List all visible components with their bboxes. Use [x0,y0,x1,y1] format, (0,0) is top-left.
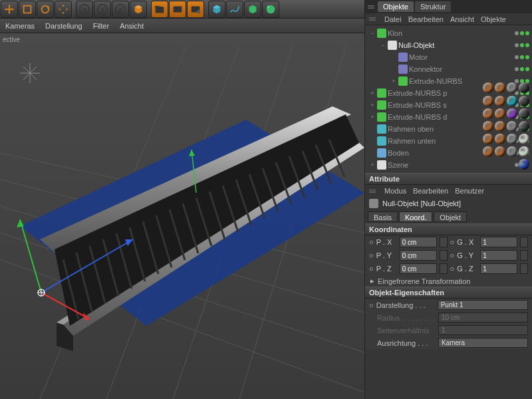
material-sphere-icon[interactable] [507,134,517,144]
expand-icon[interactable]: + [369,162,376,168]
tool-render1-icon[interactable] [169,1,186,18]
spinner-icon[interactable] [440,237,448,247]
spinner-icon[interactable] [520,250,528,261]
material-sphere-icon[interactable] [495,82,505,93]
attr-benutzer[interactable]: Benutzer [455,187,484,195]
tab-struktur[interactable]: Struktur [415,1,452,12]
axis-z-icon[interactable]: Z [112,1,129,18]
expand-icon[interactable]: + [369,114,376,120]
material-tags[interactable] [483,121,529,132]
material-sphere-icon[interactable] [519,96,529,106]
tool-render2-icon[interactable] [187,1,204,18]
material-tags[interactable] [483,96,529,106]
material-sphere-icon[interactable] [495,96,505,106]
prim-spline-icon[interactable] [226,1,243,18]
material-sphere-icon[interactable] [483,96,493,106]
darstellung-select[interactable]: Punkt 1 [438,300,528,310]
material-sphere-icon[interactable] [507,108,517,119]
input-gy[interactable] [480,250,517,261]
expand-icon[interactable]: + [369,102,376,108]
subtab-basis[interactable]: Basis [368,211,398,222]
subtab-objekt[interactable]: Objekt [434,211,467,222]
material-tags[interactable] [483,82,529,93]
material-sphere-icon[interactable] [519,159,529,170]
input-gz[interactable] [480,263,517,274]
material-sphere-icon[interactable] [495,121,505,132]
tool-cube-icon[interactable] [130,1,147,18]
prop-seiten: Seitenverhältnis 1 [365,324,532,336]
attr-bearbeiten[interactable]: Bearbeiten [413,187,448,195]
prim-deform-icon[interactable] [262,1,279,18]
radius-input: 10 cm [438,313,528,323]
tree-item[interactable]: Motor [365,51,532,63]
tool-scale-icon[interactable] [19,1,36,18]
material-sphere-icon[interactable] [519,134,529,144]
material-sphere-icon[interactable] [507,146,517,157]
material-sphere-icon[interactable] [507,82,517,93]
material-sphere-icon[interactable] [495,134,505,144]
menu-kameras[interactable]: Kameras [5,22,35,30]
object-type-icon [388,41,397,50]
tool-clapper-icon[interactable] [151,1,168,18]
material-sphere-icon[interactable] [519,146,529,157]
material-sphere-icon[interactable] [519,108,529,119]
material-sphere-icon[interactable] [507,121,517,132]
material-sphere-icon[interactable] [495,146,505,157]
material-sphere-icon[interactable] [483,82,493,93]
menu-filter[interactable]: Filter [93,22,109,30]
input-pz[interactable] [400,263,437,274]
frozen-transform-toggle[interactable]: ▸Eingefrorene Transformation [365,275,532,287]
tab-objekte[interactable]: Objekte [378,1,414,12]
expand-icon[interactable]: + [369,90,376,96]
attr-modus[interactable]: Modus [384,187,406,195]
submenu-bearbeiten[interactable]: Bearbeiten [408,15,444,23]
viewport-3d[interactable]: ective [0,33,364,399]
ausrichtung-select[interactable]: Kamera [438,338,528,348]
material-sphere-icon[interactable] [483,146,493,157]
tree-item[interactable]: −Klon [365,27,532,39]
input-px[interactable] [400,237,437,247]
submenu-objekte[interactable]: Objekte [481,15,506,23]
svg-point-13 [267,5,270,8]
objekt-eigenschaften-header: Objekt-Eigenschaften [365,287,532,299]
material-sphere-icon[interactable] [483,134,493,144]
expand-icon[interactable]: + [390,78,397,84]
subtab-koord[interactable]: Koord. [399,211,432,222]
tree-item[interactable]: +Szene [365,159,532,171]
material-sphere-icon[interactable] [519,121,529,132]
material-sphere-icon[interactable] [483,108,493,119]
input-py[interactable] [400,250,437,261]
tool-transform-icon[interactable] [55,1,72,18]
material-tags[interactable] [519,159,529,170]
expand-icon[interactable]: − [369,30,376,37]
spinner-icon[interactable] [520,263,528,274]
prim-nurbs-icon[interactable] [244,1,261,18]
object-type-icon [398,76,408,86]
submenu-datei[interactable]: Datei [384,15,402,23]
material-sphere-icon[interactable] [507,96,517,106]
spinner-icon[interactable] [520,237,528,247]
material-sphere-icon[interactable] [483,121,493,132]
material-tags[interactable] [483,146,529,157]
menu-darstellung[interactable]: Darstellung [45,22,82,30]
prim-cube-icon[interactable] [208,1,225,18]
label-pz: P . Z [376,265,397,273]
label-py: P . Y [376,251,397,259]
material-sphere-icon[interactable] [495,108,505,119]
expand-icon[interactable]: − [380,42,386,49]
axis-x-icon[interactable]: X [76,1,93,18]
input-gx[interactable] [480,237,517,247]
tree-item[interactable]: −Null-Objekt [365,39,532,51]
tree-item[interactable]: Konnektor [365,63,532,75]
svg-text:Z: Z [118,5,122,13]
menu-ansicht[interactable]: Ansicht [120,22,144,30]
material-tags[interactable] [483,134,529,144]
spinner-icon[interactable] [440,263,448,274]
submenu-ansicht[interactable]: Ansicht [450,15,474,23]
material-sphere-icon[interactable] [519,82,529,93]
tool-move-icon[interactable] [1,1,18,18]
material-tags[interactable] [483,108,529,119]
axis-y-icon[interactable]: Y [94,1,111,18]
spinner-icon[interactable] [440,250,448,261]
tool-rotate-icon[interactable] [37,1,54,18]
